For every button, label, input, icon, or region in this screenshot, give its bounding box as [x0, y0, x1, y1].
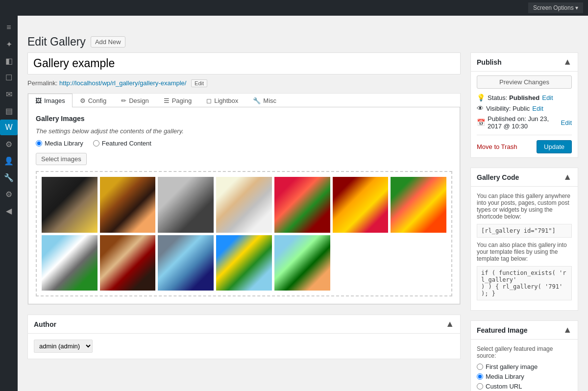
source-featured-content-radio[interactable]: [93, 140, 99, 147]
sidebar-item-pages[interactable]: ☐: [0, 70, 18, 85]
admin-bar: Screen Options ▾: [0, 0, 588, 16]
page-title: Edit Gallery Add New: [27, 35, 578, 49]
source-featured-content-label[interactable]: Featured Content: [93, 140, 151, 147]
preview-changes-button[interactable]: Preview Changes: [477, 75, 572, 89]
gallery-code-toggle[interactable]: ▲: [563, 172, 572, 182]
publish-visibility-edit-link[interactable]: Edit: [532, 105, 543, 112]
publish-box-toggle[interactable]: ▲: [563, 57, 572, 67]
publish-box-title: Publish: [477, 58, 502, 66]
gallery-image-grid: [36, 171, 452, 296]
tab-bar: 🖼 Images ⚙ Config ✏ Design ☰: [28, 94, 460, 107]
publish-status-row: 💡 Status: Published Edit: [477, 94, 572, 101]
gallery-image-5[interactable]: [274, 177, 330, 233]
featured-source-label: Select gallery featured image source:: [477, 345, 572, 359]
gallery-code-desc1: You can place this gallery anywhere into…: [477, 193, 572, 220]
sidebar-item-dashboard[interactable]: ≡: [0, 20, 18, 35]
gallery-image-1[interactable]: [42, 177, 98, 233]
author-box-title: Author: [34, 320, 56, 328]
visibility-icon: 👁: [477, 104, 484, 112]
tab-paging[interactable]: ☰ Paging: [156, 94, 199, 107]
sidebar-item-comments[interactable]: ✉: [0, 86, 18, 102]
calendar-icon: 📅: [477, 119, 485, 126]
sidebar-item-gallery[interactable]: W: [0, 120, 18, 135]
permalink-edit-button[interactable]: Edit: [191, 79, 207, 87]
featured-custom-url-radio[interactable]: [477, 383, 483, 390]
gallery-image-8[interactable]: [42, 235, 98, 291]
featured-image-toggle[interactable]: ▲: [563, 325, 572, 335]
screen-options-button[interactable]: Screen Options ▾: [528, 2, 583, 13]
publish-date-edit-link[interactable]: Edit: [561, 119, 572, 126]
status-icon: 💡: [477, 94, 485, 101]
gallery-code-content: You can place this gallery anywhere into…: [471, 187, 578, 310]
move-to-trash-link[interactable]: Move to Trash: [477, 143, 517, 150]
gallery-image-11[interactable]: [216, 235, 272, 291]
gallery-image-12[interactable]: [274, 235, 330, 291]
tab-images[interactable]: 🖼 Images: [28, 94, 73, 107]
source-media-library-radio[interactable]: [36, 140, 42, 147]
images-tab-icon: 🖼: [35, 97, 42, 104]
featured-custom-url-label[interactable]: Custom URL: [477, 383, 572, 390]
gallery-image-3[interactable]: [158, 177, 214, 233]
post-body: Permalink: http://localhost/wp/rl_galler…: [18, 52, 588, 391]
author-box-toggle[interactable]: ▲: [445, 319, 454, 329]
permalink-link[interactable]: http://localhost/wp/rl_gallery/gallery-e…: [59, 79, 186, 87]
tab-lightbox[interactable]: ◻ Lightbox: [199, 94, 245, 107]
source-media-library-label[interactable]: Media Library: [36, 140, 83, 147]
gallery-template-tag[interactable]: if ( function_exists( 'rl_gallery' ) ) {…: [477, 266, 572, 300]
permalink-row: Permalink: http://localhost/wp/rl_galler…: [27, 79, 461, 87]
sidebar-item-appearance[interactable]: ▤: [0, 103, 18, 119]
sidebar-item-media[interactable]: ◧: [0, 53, 18, 69]
design-tab-icon: ✏: [121, 97, 126, 104]
select-images-button[interactable]: Select images: [36, 153, 87, 165]
publish-actions-row: Move to Trash Update: [477, 135, 572, 153]
featured-image-box: Featured Image ▲ Select gallery featured…: [470, 320, 578, 391]
publish-status-edit-link[interactable]: Edit: [542, 94, 553, 101]
featured-first-gallery-label[interactable]: First gallery image: [477, 363, 572, 370]
paging-tab-icon: ☰: [164, 97, 170, 104]
author-box-header[interactable]: Author ▲: [28, 315, 460, 334]
gallery-section-title: Gallery Images: [36, 115, 452, 122]
sidebar-item-collapse[interactable]: ◀: [0, 203, 18, 219]
gallery-shortcode[interactable]: [rl_gallery id="791"]: [477, 224, 572, 238]
featured-first-gallery-radio[interactable]: [477, 364, 483, 370]
gallery-description: The settings below adjust the contents o…: [36, 127, 452, 135]
featured-media-library-label[interactable]: Media Library: [477, 373, 572, 380]
gallery-code-box: Gallery Code ▲ You can place this galler…: [470, 168, 578, 311]
config-tab-icon: ⚙: [80, 97, 86, 104]
gallery-code-box-header[interactable]: Gallery Code ▲: [471, 168, 578, 187]
gallery-image-7[interactable]: [391, 177, 446, 233]
sidebar-item-users[interactable]: 👤: [0, 153, 18, 169]
sidebar-item-plugins[interactable]: ⚙: [0, 136, 18, 152]
gallery-code-desc2: You can also place this gallery into you…: [477, 242, 572, 262]
gallery-image-4[interactable]: [216, 177, 272, 233]
gallery-image-6[interactable]: [333, 177, 389, 233]
tab-design[interactable]: ✏ Design: [114, 94, 156, 107]
publish-box: Publish ▲ Preview Changes 💡 Status: Publ…: [470, 52, 578, 158]
author-box-content: admin (admin): [28, 334, 460, 359]
author-select[interactable]: admin (admin): [34, 340, 93, 353]
featured-media-library-radio[interactable]: [477, 373, 483, 380]
main-column: Permalink: http://localhost/wp/rl_galler…: [27, 52, 461, 391]
gallery-image-9[interactable]: [100, 235, 156, 291]
featured-image-box-header[interactable]: Featured Image ▲: [471, 321, 578, 340]
author-box: Author ▲ admin (admin): [27, 315, 461, 359]
tab-images-content: Gallery Images The settings below adjust…: [28, 107, 460, 304]
gallery-image-2[interactable]: [100, 177, 156, 233]
sidebar-item-settings[interactable]: ⚙: [0, 186, 18, 202]
sidebar-column: Publish ▲ Preview Changes 💡 Status: Publ…: [470, 52, 578, 391]
post-title-input[interactable]: [27, 52, 461, 74]
gallery-code-title: Gallery Code: [477, 173, 519, 181]
gallery-image-10[interactable]: [158, 235, 214, 291]
tab-misc[interactable]: 🔧 Misc: [245, 94, 284, 107]
featured-image-title: Featured Image: [477, 326, 527, 334]
publish-box-content: Preview Changes 💡 Status: Published Edit…: [471, 72, 578, 157]
sidebar-item-tools[interactable]: 🔧: [0, 170, 18, 185]
publish-date-row: 📅 Published on: Jun 23, 2017 @ 10:30 Edi…: [477, 115, 572, 130]
tab-config[interactable]: ⚙ Config: [73, 94, 114, 107]
publish-box-header[interactable]: Publish ▲: [471, 53, 578, 72]
update-button[interactable]: Update: [537, 140, 572, 153]
misc-tab-icon: 🔧: [253, 97, 261, 104]
add-new-button[interactable]: Add New: [91, 36, 125, 48]
page-header: Edit Gallery Add New: [18, 31, 588, 52]
sidebar-item-posts[interactable]: ✦: [0, 36, 18, 52]
